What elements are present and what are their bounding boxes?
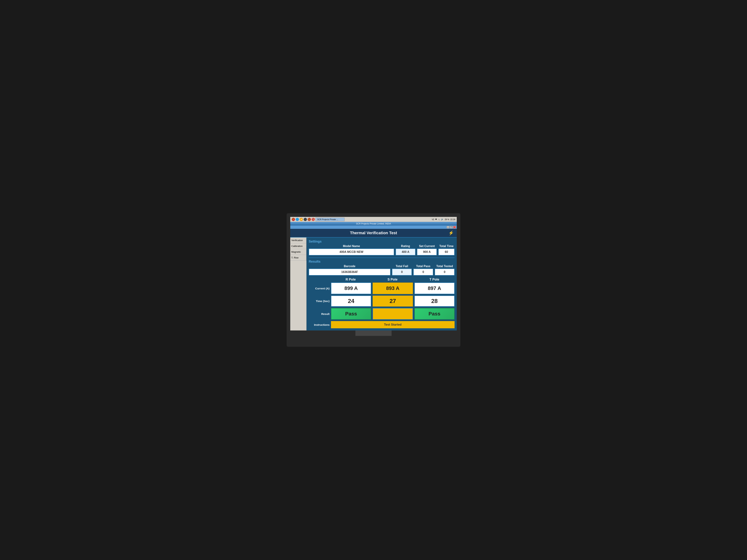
time-label: Time (Sec) xyxy=(309,299,330,302)
results-inputs: 16363B364F 0 0 0 xyxy=(309,269,455,275)
results-header-labels: Barcode Total Fail Total Pass Total Test… xyxy=(309,265,455,268)
model-name-label: Model Name xyxy=(309,244,394,248)
taskbar-v2: V2 xyxy=(432,218,434,220)
set-current-label: Set Current xyxy=(417,244,437,248)
results-label: Results xyxy=(309,260,455,264)
folder-icon: 📁 xyxy=(300,218,303,221)
lightning-icon: ⚡ xyxy=(448,231,454,236)
s-time-cell: 27 xyxy=(372,296,413,306)
rating-label: Rating xyxy=(395,244,415,248)
total-tested-label: Total Tested xyxy=(435,265,455,268)
instructions-row: Instructions Test Started xyxy=(309,321,455,328)
restore-button[interactable]: ❐ xyxy=(450,226,453,229)
settings-inputs: 400A MCCB NEW 400 A 900 A 60 xyxy=(309,248,455,256)
instructions-bar: Test Started xyxy=(331,321,455,328)
time-row: Time (Sec) 24 27 28 xyxy=(309,296,455,306)
terminal-icon: ⬛ xyxy=(304,218,307,221)
settings-label: Settings xyxy=(309,240,455,243)
raspberry-icon: 🍓 xyxy=(292,218,295,221)
pole-headers: R Pole S Pole T Pole xyxy=(330,278,455,282)
current-label: Current (A) xyxy=(309,287,330,290)
t-current-cell: 897 A xyxy=(414,283,455,294)
result-label: Result xyxy=(309,312,330,316)
results-section: Results Barcode Total Fail Total Pass To… xyxy=(309,260,455,275)
minimize-button[interactable]: — xyxy=(446,226,449,229)
main-content: Settings Model Name Rating Set Current T… xyxy=(307,238,457,330)
bug-icon: 🐛 xyxy=(308,218,311,221)
total-tested-input[interactable]: 0 xyxy=(435,269,455,275)
divider xyxy=(309,258,455,258)
r-result-cell: Pass xyxy=(331,308,371,320)
s-pole-header: S Pole xyxy=(372,278,413,282)
taskbar: 🍓 🌐 📁 ⬛ 🐛 🔧 SCR Projects Private ... V2 … xyxy=(290,217,457,222)
sidebar-item-calibration[interactable]: Calibration xyxy=(290,243,306,249)
bluetooth-icon: ✱ xyxy=(435,218,437,220)
total-time-input[interactable]: 60 xyxy=(438,248,455,256)
network-icon: ↑↓ xyxy=(438,218,440,220)
app-title-bar: SCR Projects Private Limited, INDIA xyxy=(290,222,457,225)
settings-header-labels: Model Name Rating Set Current Total Time xyxy=(309,244,455,248)
total-fail-label: Total Fail xyxy=(392,265,412,268)
barcode-label: Barcode xyxy=(309,265,390,268)
app-title: Thermal Verification Test xyxy=(350,231,397,235)
content-area: Verification Calibration Magnetic T. Ris… xyxy=(290,238,457,330)
t-time-cell: 28 xyxy=(414,296,455,306)
close-button[interactable]: ✕ xyxy=(453,226,456,229)
t-result-cell: Pass xyxy=(414,308,455,320)
total-pass-label: Total Pass xyxy=(413,265,433,268)
monitor-frame: 🍓 🌐 📁 ⬛ 🐛 🔧 SCR Projects Private ... V2 … xyxy=(287,213,460,347)
rating-input[interactable]: 400 A xyxy=(395,248,415,256)
total-time-label: Total Time xyxy=(438,244,455,248)
total-pass-input[interactable]: 0 xyxy=(413,269,433,275)
set-current-input[interactable]: 900 A xyxy=(417,248,437,256)
r-time-cell: 24 xyxy=(331,296,371,306)
r-pole-header: R Pole xyxy=(330,278,371,282)
s-current-cell: 893 A xyxy=(372,283,413,294)
app-header: Thermal Verification Test ⚡ xyxy=(290,229,457,238)
main-app: Thermal Verification Test ⚡ Verification… xyxy=(290,229,457,330)
result-row: Result Pass Pass xyxy=(309,308,455,320)
os-title: SCR Projects Private Limited, INDIA xyxy=(356,222,391,225)
current-row: Current (A) 899 A 893 A 897 A xyxy=(309,283,455,294)
taskbar-time: 22:26 xyxy=(450,218,455,220)
time-cells: 24 27 28 xyxy=(331,296,455,306)
instructions-label: Instructions xyxy=(309,323,330,326)
sidebar-item-trise[interactable]: T. Rise xyxy=(290,255,306,261)
taskbar-zoom: 29 % xyxy=(445,218,449,220)
current-cells: 899 A 893 A 897 A xyxy=(331,283,455,294)
sidebar: Verification Calibration Magnetic T. Ris… xyxy=(290,238,307,330)
s-result-cell xyxy=(372,308,413,320)
settings-section: Settings Model Name Rating Set Current T… xyxy=(309,240,455,256)
taskbar-app-title[interactable]: SCR Projects Private ... xyxy=(316,218,344,221)
result-cells: Pass Pass xyxy=(331,308,455,320)
sidebar-item-verification[interactable]: Verification xyxy=(290,238,306,243)
globe-icon: 🌐 xyxy=(296,218,299,221)
taskbar-right: V2 ✱ ↑↓ 🔊 29 % 22:26 xyxy=(432,218,455,220)
total-fail-input[interactable]: 0 xyxy=(392,269,412,275)
tool-icon: 🔧 xyxy=(312,218,315,221)
monitor-stand xyxy=(355,330,392,336)
barcode-input[interactable]: 16363B364F xyxy=(309,269,390,275)
sidebar-item-magnetic[interactable]: Magnetic xyxy=(290,249,306,255)
taskbar-icons: 🍓 🌐 📁 ⬛ 🐛 🔧 xyxy=(292,218,315,221)
volume-icon: 🔊 xyxy=(441,218,443,220)
r-current-cell: 899 A xyxy=(331,283,371,294)
model-name-input[interactable]: 400A MCCB NEW xyxy=(309,248,394,256)
t-pole-header: T Pole xyxy=(414,278,455,282)
window-controls: — ❐ ✕ xyxy=(290,225,457,229)
